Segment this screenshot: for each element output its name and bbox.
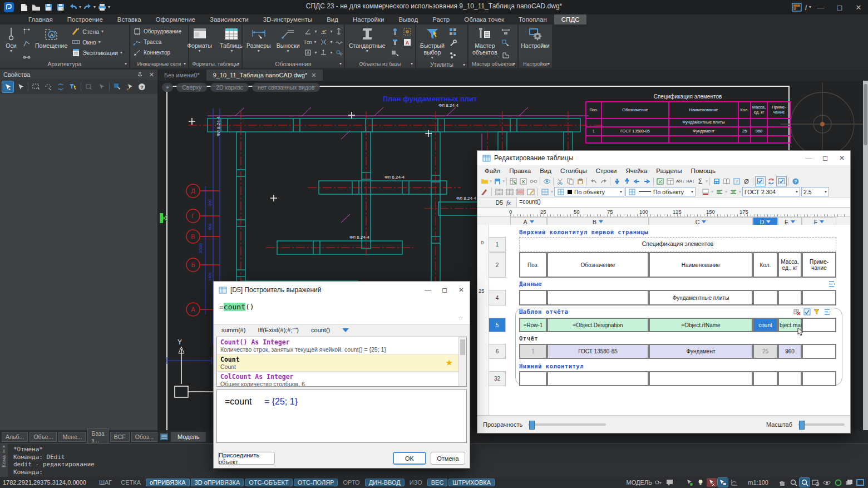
cut-icon[interactable] bbox=[555, 177, 565, 186]
panel-label-engineering[interactable]: Инженерные сети▾ bbox=[130, 60, 188, 68]
function-item-count-selected[interactable]: Count Count ★ bbox=[217, 354, 466, 372]
ghost-tool2-icon[interactable] bbox=[96, 81, 107, 92]
cell-e32[interactable] bbox=[778, 371, 802, 386]
import-table-icon[interactable] bbox=[509, 177, 518, 186]
ghost-tool1-icon[interactable] bbox=[83, 81, 95, 92]
tab-topoplan[interactable]: Топоплан bbox=[511, 14, 554, 24]
pan-hand-icon[interactable] bbox=[777, 478, 787, 487]
object-master-button[interactable]: Мастер объектов bbox=[471, 26, 499, 56]
cell-a5[interactable]: =Row-1 bbox=[519, 318, 547, 332]
axis-node-icon[interactable] bbox=[22, 51, 31, 60]
linked-views-button[interactable]: нет связанных видов bbox=[252, 83, 320, 92]
autocalc-icon[interactable] bbox=[755, 176, 766, 186]
row-header-1[interactable]: 1 bbox=[489, 237, 506, 252]
doc-tab-untitled[interactable]: Без имени0* bbox=[157, 70, 206, 81]
help-icon[interactable]: ? bbox=[136, 81, 147, 92]
master-dim-icon[interactable] bbox=[501, 27, 510, 36]
cell-e4[interactable] bbox=[778, 290, 802, 305]
leaders-button[interactable]: Выноски▾ bbox=[275, 26, 302, 54]
quick-func-iff[interactable]: Iff(Exist(#);#;"") bbox=[258, 327, 299, 333]
select-rect-icon[interactable] bbox=[31, 81, 42, 92]
paste-icon[interactable] bbox=[575, 177, 585, 186]
help-icon[interactable]: ? bbox=[791, 177, 800, 186]
cell-b5[interactable]: =Object.Designation bbox=[547, 318, 649, 332]
tab-3d-instrumenty[interactable]: 3D-инструменты bbox=[256, 14, 319, 24]
pin-icon[interactable] bbox=[136, 70, 145, 79]
open-file-icon[interactable] bbox=[31, 2, 42, 13]
redo-dropdown[interactable]: ▾ bbox=[93, 5, 96, 9]
window-button[interactable]: Окно▾ bbox=[71, 37, 122, 47]
info-icon[interactable]: i bbox=[805, 3, 807, 12]
pick-box-icon[interactable] bbox=[112, 81, 123, 92]
tab-oblaka-tochek[interactable]: Облака точек bbox=[457, 14, 511, 24]
level-mark-button[interactable]: ▾ bbox=[319, 26, 335, 37]
field-icon[interactable]: f bbox=[732, 177, 741, 186]
select-lasso-icon[interactable] bbox=[43, 81, 54, 92]
group-objects-icon[interactable] bbox=[448, 51, 457, 60]
light-bulb-icon[interactable] bbox=[696, 478, 706, 487]
orbit-icon[interactable] bbox=[822, 478, 832, 487]
tab-oformlenie[interactable]: Оформление bbox=[149, 14, 203, 24]
bolt-top-icon[interactable] bbox=[391, 27, 400, 36]
tab-rastr[interactable]: Растр bbox=[425, 14, 457, 24]
border-color-combo[interactable]: По объекту▾ bbox=[554, 187, 624, 196]
cell-a32[interactable] bbox=[519, 371, 547, 386]
quick-func-summ[interactable]: summ(#) bbox=[221, 327, 245, 333]
close-panel-icon[interactable]: ✕ bbox=[149, 71, 154, 78]
maximize-button[interactable]: ◻ bbox=[830, 0, 849, 14]
expression-input[interactable]: =count() ☆ bbox=[214, 298, 470, 325]
cell-f4[interactable] bbox=[802, 290, 836, 305]
model-space-label[interactable]: МОДЕЛЬ bbox=[627, 479, 653, 486]
cell-a2[interactable]: Поз. bbox=[519, 252, 547, 278]
toggle-snap-step[interactable]: ШАГ bbox=[95, 479, 116, 486]
text-color-icon[interactable] bbox=[701, 188, 710, 196]
cell-d32[interactable] bbox=[753, 371, 778, 386]
cursor-menu-icon[interactable] bbox=[718, 478, 728, 487]
cell-d4[interactable] bbox=[753, 290, 778, 305]
borders-icon[interactable] bbox=[540, 188, 550, 196]
cell-c32[interactable] bbox=[649, 371, 753, 386]
zoom-icon[interactable] bbox=[788, 478, 798, 487]
cursor-crossing-icon[interactable] bbox=[707, 478, 717, 487]
cell-e2[interactable]: Масса, ед., кг bbox=[778, 252, 802, 278]
cell-f5[interactable] bbox=[802, 318, 836, 332]
line-type-combo[interactable]: По объекту▾ bbox=[625, 187, 696, 196]
dimensions-button[interactable]: Размеры▾ bbox=[245, 26, 273, 54]
visual-style-button[interactable]: 2D каркас bbox=[210, 83, 249, 92]
cell-d2[interactable]: Кол. bbox=[753, 252, 778, 278]
toggle-osnap[interactable]: оПРИВЯЗКА bbox=[146, 479, 190, 486]
export-excel-icon[interactable]: X bbox=[519, 177, 528, 186]
text-sp-button[interactable]: Tсп▾ bbox=[304, 37, 319, 47]
calc-table-icon[interactable] bbox=[665, 177, 675, 186]
cancel-button[interactable]: Отмена bbox=[431, 452, 465, 465]
cell-b6[interactable]: ГОСТ 13580-85 bbox=[547, 344, 649, 359]
panel-label-settings[interactable]: Настройки▾ bbox=[519, 60, 552, 68]
cell-c2[interactable]: Наименование bbox=[649, 252, 753, 278]
expr-maximize-button[interactable]: ◻ bbox=[436, 283, 453, 297]
route-button[interactable]: Трасса bbox=[132, 37, 186, 47]
connector-button[interactable]: Коннектор bbox=[132, 47, 186, 58]
layout-tab-model[interactable]: Модель bbox=[171, 432, 206, 442]
tables-button[interactable]: Таблицы▾ bbox=[218, 26, 245, 54]
data-structure-icon[interactable] bbox=[827, 279, 836, 288]
tab-vid[interactable]: Вид bbox=[319, 14, 346, 24]
grid-axes-icon[interactable] bbox=[22, 27, 31, 36]
menu-cell[interactable]: Ячейка bbox=[622, 167, 652, 175]
toggle-otrack-object[interactable]: ОТС-ОБЪЕКТ bbox=[245, 479, 292, 486]
table-dialog-titlebar[interactable]: Редактирование таблицы — ◻ ✕ bbox=[477, 151, 850, 165]
panel-label-notation[interactable]: Обозначения▾ bbox=[243, 60, 344, 68]
close-button[interactable]: ✕ bbox=[849, 0, 868, 14]
toggle-otrack-polar[interactable]: ОТС-ПОЛЯР bbox=[294, 479, 338, 486]
cell-d6[interactable]: 25 bbox=[753, 344, 778, 359]
sort-az-icon[interactable]: АЯ↓ bbox=[675, 177, 685, 186]
select-add-icon[interactable] bbox=[2, 81, 13, 92]
scale-slider[interactable] bbox=[798, 423, 845, 426]
template-filter-icon[interactable] bbox=[812, 307, 821, 316]
panel-label-architecture[interactable]: Архитектура▾ bbox=[0, 60, 129, 68]
settings-button[interactable]: Настройки bbox=[519, 26, 551, 50]
wrench-icon[interactable] bbox=[448, 39, 457, 48]
cell-f6[interactable] bbox=[802, 344, 836, 359]
cell-f32[interactable] bbox=[802, 371, 836, 386]
row-up-icon[interactable] bbox=[622, 177, 632, 186]
invert-selection-icon[interactable] bbox=[55, 81, 66, 92]
